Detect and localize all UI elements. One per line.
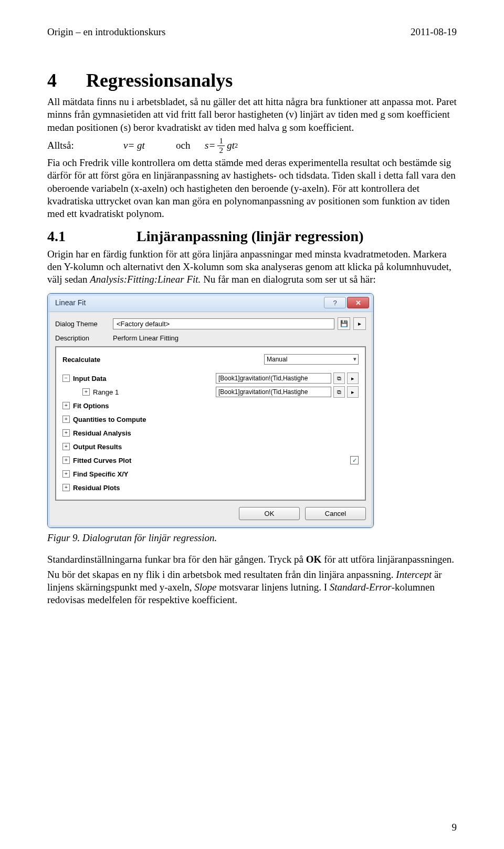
residual-toggle[interactable]: + (62, 429, 70, 437)
inputdata-label: Input Data (73, 375, 216, 382)
linear-fit-dialog: Linear Fit ? ✕ Dialog Theme <Factory def… (47, 293, 374, 528)
picker-icon: ⧉ (337, 389, 341, 396)
range1-flyout-button[interactable]: ▸ (347, 386, 359, 398)
fitoptions-toggle[interactable]: + (62, 402, 70, 409)
flyout-icon: ▸ (351, 375, 354, 382)
close-icon: ✕ (355, 299, 361, 307)
fitoptions-label: Fit Options (73, 402, 359, 410)
fittedplot-checkbox[interactable]: ✓ (350, 456, 359, 464)
fraction-half: 1 2 (217, 137, 225, 154)
header-right: 2011-08-19 (411, 26, 457, 38)
output-toggle[interactable]: + (62, 443, 70, 450)
inputdata-picker-button[interactable]: ⧉ (333, 372, 345, 384)
formula-eq1: v= gt (123, 140, 176, 151)
recalculate-label: Recalculate (62, 356, 264, 364)
help-icon: ? (333, 299, 337, 307)
range1-picker-button[interactable]: ⧉ (333, 386, 345, 398)
check-icon: ✓ (352, 457, 357, 464)
linear-fit-paragraph: Origin har en färdig funktion för att gö… (47, 248, 457, 286)
ok-button[interactable]: OK (239, 507, 300, 520)
flyout-icon: ▸ (351, 389, 354, 396)
inputdata-field[interactable]: [Book1]gravitation!(Tid,Hastighe (216, 373, 331, 384)
flyout-icon: ▸ (358, 320, 361, 327)
section-heading: 4Regressionsanalys (47, 69, 457, 91)
quantities-label: Quantities to Compute (73, 416, 359, 423)
close-button[interactable]: ✕ (347, 297, 369, 308)
theme-label: Dialog Theme (55, 320, 113, 328)
formula-lead: Alltså: (47, 140, 123, 151)
range1-toggle[interactable]: + (82, 388, 90, 396)
inputdata-toggle[interactable]: − (62, 375, 70, 382)
post-dialog-paragraph-2: Nu bör det skapas en ny flik i din arbet… (47, 568, 457, 607)
formula-line: Alltså: v= gt och s= 1 2 gt2 (47, 137, 457, 154)
intro-paragraph-2: Fia och Fredrik ville kontrollera om det… (47, 157, 457, 221)
range1-field[interactable]: [Book1]gravitation!(Tid,Hastighe (216, 387, 331, 397)
section-title-text: Regressionsanalys (86, 70, 233, 91)
recalculate-combo[interactable]: Manual (264, 354, 359, 365)
dialog-titlebar[interactable]: Linear Fit ? ✕ (48, 294, 373, 312)
page-number: 9 (452, 822, 457, 833)
picker-icon: ⧉ (337, 375, 341, 382)
header-left: Origin – en introduktionskurs (47, 26, 165, 38)
inputdata-flyout-button[interactable]: ▸ (347, 372, 359, 384)
formula-och: och (176, 140, 205, 151)
post-dialog-paragraph-1: Standardinställningarna funkar bra för d… (47, 553, 457, 566)
output-label: Output Results (73, 443, 359, 451)
help-button[interactable]: ? (324, 297, 346, 308)
running-header: Origin – en introduktionskurs 2011-08-19 (47, 26, 457, 38)
dialog-title: Linear Fit (55, 298, 86, 307)
section-number: 4 (47, 69, 86, 91)
residualplots-label: Residual Plots (73, 484, 359, 492)
intro-paragraph-1: All mätdata finns nu i arbetsbladet, så … (47, 96, 457, 134)
quantities-toggle[interactable]: + (62, 416, 70, 423)
residual-label: Residual Analysis (73, 429, 359, 437)
subsection-heading: 4.1Linjäranpassning (linjär regression) (47, 228, 457, 245)
cancel-button[interactable]: Cancel (305, 507, 366, 520)
figure-caption: Figur 9. Dialogrutan för linjär regressi… (47, 532, 457, 544)
theme-menu-button[interactable]: ▸ (353, 317, 366, 330)
fittedplot-toggle[interactable]: + (62, 457, 70, 464)
fittedplot-label: Fitted Curves Plot (73, 457, 319, 464)
theme-save-button[interactable]: 💾 (338, 317, 350, 330)
range1-label: Range 1 (93, 388, 216, 396)
description-label: Description (55, 334, 113, 342)
residualplots-toggle[interactable]: + (62, 484, 70, 491)
description-text: Perform Linear Fitting (113, 334, 178, 342)
findxy-label: Find Specific X/Y (73, 470, 359, 478)
subsection-title-text: Linjäranpassning (linjär regression) (136, 228, 364, 244)
findxy-toggle[interactable]: + (62, 470, 70, 478)
formula-eq2: s= 1 2 gt2 (205, 137, 238, 154)
theme-combo[interactable]: <Factory default> (113, 318, 334, 329)
options-panel: Recalculate Manual − Input Data [Book1]g… (55, 346, 366, 501)
save-icon: 💾 (340, 320, 348, 327)
subsection-number: 4.1 (47, 228, 136, 245)
